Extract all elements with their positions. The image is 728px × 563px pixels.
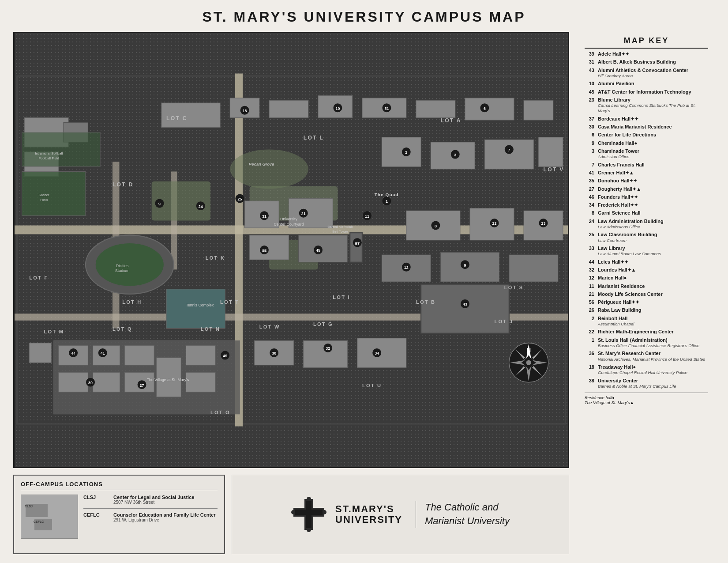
key-name-12: Marien Hall● [598, 275, 708, 281]
key-item-26: 26Raba Law Building [585, 307, 708, 313]
key-num-26: 26 [585, 307, 594, 313]
key-num-56: 56 [585, 299, 594, 305]
svg-text:21: 21 [301, 212, 306, 216]
key-info-41: Cremer Hall✦▲ [598, 170, 708, 176]
map-key-section: MAP KEY 39Adele Hall✦✦31Albert B. Alkek … [578, 32, 715, 554]
key-item-27: 27Dougherty Hall✦▲ [585, 186, 708, 192]
svg-text:LOT M: LOT M [44, 329, 64, 334]
key-item-44: 44Leies Hall✦✦ [585, 259, 708, 265]
key-item-1: 1St. Louis Hall (Administration)Business… [585, 337, 708, 349]
key-sub-25: Law Courtroom [598, 238, 708, 243]
key-list: 39Adele Hall✦✦31Albert B. Alkek Business… [585, 51, 708, 389]
key-sub-23: Carroll Learning Commons Starbucks The P… [598, 103, 708, 114]
svg-text:Tennis Complex: Tennis Complex [186, 303, 214, 307]
off-campus-name-ceflc: Counselor Education and Family Life Cent… [113, 512, 216, 518]
svg-text:LOT C: LOT C [166, 115, 188, 121]
svg-text:51: 51 [384, 106, 389, 111]
svg-text:44: 44 [71, 351, 75, 355]
svg-text:Bell Tower: Bell Tower [332, 230, 348, 234]
svg-rect-43 [93, 345, 120, 365]
svg-text:10: 10 [335, 106, 340, 111]
svg-rect-27 [484, 140, 533, 169]
logo-section: ST.MARY'S UNIVERSITY The Catholic and Ma… [232, 475, 569, 554]
svg-text:The Quad: The Quad [375, 192, 399, 197]
tagline-line2: Marianist University [425, 514, 510, 528]
svg-text:LOT D: LOT D [113, 181, 134, 188]
key-item-35: 35Donohoo Hall✦✦ [585, 178, 708, 184]
svg-rect-12 [269, 101, 308, 118]
svg-rect-33 [440, 253, 499, 282]
off-campus-section: OFF-CAMPUS LOCATIONS CLSJ CEFLC [13, 475, 569, 554]
key-name-37: Bordeaux Hall✦✦ [598, 116, 708, 122]
key-info-38: University CenterBarnes & Noble at St. M… [598, 378, 708, 389]
key-info-45: AT&T Center for Information Technology [598, 89, 708, 95]
key-footer-item-2: The Village at St. Mary's▲ [585, 400, 708, 405]
key-num-30: 30 [585, 124, 594, 130]
key-num-7: 7 [585, 162, 594, 168]
svg-rect-50 [186, 372, 215, 392]
key-info-30: Casa Maria Marianist Residence [598, 124, 708, 130]
svg-text:43: 43 [463, 302, 467, 307]
key-footer-item-1: Residence hall● [585, 395, 708, 400]
key-info-31: Albert B. Alkek Business Building [598, 59, 708, 65]
key-num-34: 34 [585, 202, 594, 208]
key-name-21: Moody Life Sciences Center [598, 291, 708, 297]
svg-text:30: 30 [272, 351, 276, 355]
key-name-7: Charles Francis Hall [598, 162, 708, 168]
svg-text:25: 25 [238, 197, 242, 201]
svg-text:8: 8 [435, 224, 437, 228]
tagline-line1: The Catholic and [425, 501, 510, 514]
key-num-23: 23 [585, 97, 594, 114]
svg-text:Barrett Memorial: Barrett Memorial [327, 225, 353, 229]
key-num-10: 10 [585, 80, 594, 87]
svg-text:24: 24 [199, 204, 203, 209]
off-campus-item-ceflc: CEFLC Counselor Education and Family Lif… [83, 512, 218, 522]
svg-point-37 [95, 243, 164, 286]
key-item-43: 43Alumni Athletics & Convocation CenterB… [585, 67, 708, 79]
campus-map: 18 10 51 6 9 24 [13, 32, 569, 468]
off-campus-address-clsj: 2507 NW 36th Street [113, 500, 194, 505]
svg-text:LOT U: LOT U [362, 383, 382, 388]
svg-point-161 [526, 360, 531, 365]
svg-text:31: 31 [262, 214, 266, 219]
logo-line1: ST.MARY'S [335, 504, 402, 514]
off-campus-code-clsj: CLSJ [83, 495, 105, 500]
key-name-8: Garni Science Hall [598, 210, 708, 216]
key-name-34: Frederick Hall✦✦ [598, 202, 708, 208]
svg-text:45: 45 [316, 248, 320, 253]
key-num-27: 27 [585, 186, 594, 192]
svg-rect-35 [421, 284, 509, 333]
svg-rect-49 [186, 345, 215, 365]
svg-text:1: 1 [386, 199, 388, 204]
page-container: ST. MARY'S UNIVERSITY CAMPUS MAP [0, 0, 728, 563]
key-num-9: 9 [585, 140, 594, 146]
key-item-7: 7Charles Francis Hall [585, 162, 708, 168]
svg-rect-16 [465, 98, 514, 120]
key-name-18: Treadaway Hall● [598, 364, 708, 370]
key-info-23: Blume LibraryCarroll Learning Commons St… [598, 97, 708, 114]
key-num-8: 8 [585, 210, 594, 216]
svg-text:7: 7 [508, 148, 510, 152]
key-sub-36: National Archives, Marianist Province of… [598, 357, 708, 362]
key-name-30: Casa Maria Marianist Residence [598, 124, 708, 130]
key-num-6: 6 [585, 132, 594, 138]
svg-text:LOT L: LOT L [304, 135, 324, 141]
logo-line2: UNIVERSITY [335, 514, 402, 525]
key-info-18: Treadaway Hall●Guadalupe Chapel Recital … [598, 364, 708, 376]
key-info-32: Lourdes Hall✦▲ [598, 267, 708, 273]
key-item-22: 22Richter Math-Engineering Center [585, 329, 708, 335]
key-item-8: 8Garni Science Hall [585, 210, 708, 216]
svg-text:32: 32 [326, 346, 330, 351]
map-key-title: MAP KEY [585, 36, 708, 49]
key-num-1: 1 [585, 337, 594, 349]
key-info-8: Garni Science Hall [598, 210, 708, 216]
key-info-3: Chaminade TowerAdmission Office [598, 148, 708, 160]
key-item-11: 11Marianist Residence [585, 283, 708, 289]
key-num-35: 35 [585, 178, 594, 184]
svg-text:Football Field: Football Field [38, 156, 59, 160]
key-info-56: Périgueux Hall✦✦ [598, 299, 708, 305]
key-name-9: Cheminade Hall● [598, 140, 708, 146]
key-info-37: Bordeaux Hall✦✦ [598, 116, 708, 122]
off-campus-code-ceflc: CEFLC [83, 512, 105, 518]
key-name-22: Richter Math-Engineering Center [598, 329, 708, 335]
